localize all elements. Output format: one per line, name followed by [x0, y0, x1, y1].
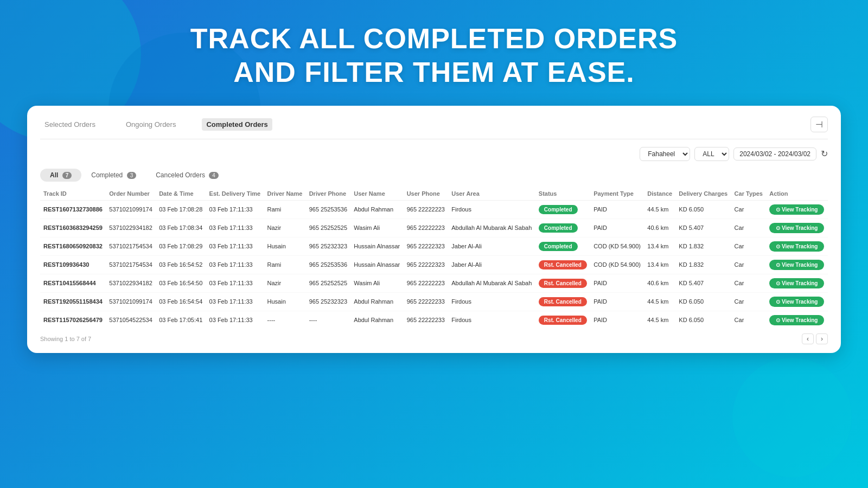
- tabs-row: Selected Orders Ongoing Orders Completed…: [40, 117, 828, 139]
- status-badge: Rst. Cancelled: [539, 279, 587, 288]
- cell-driver-phone: 965 25253536: [306, 200, 351, 219]
- cell-delivery-charges: KD 6.050: [675, 200, 731, 219]
- type-filter[interactable]: ALL: [694, 147, 729, 161]
- view-tracking-button[interactable]: ⊙ View Tracking: [769, 241, 824, 252]
- cell-est-delivery: 03 Feb 17:11:33: [206, 292, 264, 311]
- cell-status: Completed: [535, 200, 590, 219]
- status-badge: Rst. Cancelled: [539, 260, 587, 269]
- status-badge: Completed: [539, 205, 578, 214]
- cell-payment-type: PAID: [590, 200, 644, 219]
- cell-car-types: Car: [731, 200, 767, 219]
- sub-tab-cancelled-label: Canceled Orders: [156, 171, 205, 179]
- cell-action: ⊙ View Tracking: [766, 219, 828, 237]
- view-tracking-button[interactable]: ⊙ View Tracking: [769, 223, 824, 233]
- cell-user-area: Jaber Al-Ali: [448, 255, 535, 274]
- cell-delivery-charges: KD 1.832: [675, 237, 731, 255]
- cell-driver-phone: 965 25253536: [306, 255, 351, 274]
- cell-date-time: 03 Feb 17:05:41: [156, 311, 206, 329]
- view-tracking-button[interactable]: ⊙ View Tracking: [769, 315, 824, 325]
- col-distance: Distance: [644, 187, 675, 201]
- cell-user-name: Hussain Alnassar: [350, 237, 403, 255]
- cell-distance: 40.6 km: [644, 219, 675, 237]
- header-line2: AND FILTER THEM AT EASE.: [233, 56, 634, 88]
- cell-driver-phone: 965 25232323: [306, 237, 351, 255]
- tab-selected-orders[interactable]: Selected Orders: [40, 118, 100, 131]
- next-page-button[interactable]: ›: [816, 333, 828, 344]
- cell-status: Rst. Cancelled: [535, 274, 590, 292]
- cell-action: ⊙ View Tracking: [766, 311, 828, 329]
- cell-status: Rst. Cancelled: [535, 311, 590, 329]
- prev-page-button[interactable]: ‹: [802, 333, 814, 344]
- status-badge: Rst. Cancelled: [539, 316, 587, 325]
- sub-tab-completed-badge: 3: [127, 172, 137, 179]
- cell-car-types: Car: [731, 255, 767, 274]
- date-range-picker[interactable]: 2024/03/02 - 2024/03/02: [733, 147, 816, 160]
- area-filter[interactable]: Fahaheel: [640, 147, 690, 161]
- table-row: REST1157026256479 5371054522534 03 Feb 1…: [40, 311, 828, 329]
- status-badge: Rst. Cancelled: [539, 297, 587, 306]
- cell-driver-phone: 965 25252525: [306, 219, 351, 237]
- cell-driver-name: ----: [264, 311, 306, 329]
- cell-payment-type: COD (KD 54.900): [590, 255, 644, 274]
- col-user-phone: User Phone: [404, 187, 449, 201]
- cell-est-delivery: 03 Feb 17:11:33: [206, 200, 264, 219]
- col-date-time: Date & Time: [156, 187, 206, 201]
- cell-driver-phone: ----: [306, 311, 351, 329]
- cell-payment-type: PAID: [590, 219, 644, 237]
- tab-completed-orders[interactable]: Completed Orders: [202, 118, 272, 131]
- cell-driver-phone: 965 25252525: [306, 274, 351, 292]
- sub-tab-completed[interactable]: Completed 3: [81, 169, 146, 182]
- col-driver-phone: Driver Phone: [306, 187, 351, 201]
- refresh-button[interactable]: ↻: [821, 149, 828, 159]
- sub-tab-all-badge: 7: [62, 172, 72, 179]
- cell-user-area: Abdullah Al Mubarak Al Sabah: [448, 219, 535, 237]
- cell-payment-type: PAID: [590, 292, 644, 311]
- cell-delivery-charges: KD 5.407: [675, 274, 731, 292]
- cell-driver-name: Rami: [264, 255, 306, 274]
- view-tracking-button[interactable]: ⊙ View Tracking: [769, 260, 824, 270]
- view-tracking-button[interactable]: ⊙ View Tracking: [769, 278, 824, 288]
- cell-delivery-charges: KD 6.050: [675, 311, 731, 329]
- cell-action: ⊙ View Tracking: [766, 255, 828, 274]
- cell-distance: 13.4 km: [644, 237, 675, 255]
- sub-tab-all[interactable]: All 7: [40, 169, 81, 182]
- cell-driver-name: Husain: [264, 237, 306, 255]
- table-row: REST109936430 5371021754534 03 Feb 16:54…: [40, 255, 828, 274]
- cell-user-name: Abdul Rahman: [350, 311, 403, 329]
- cell-user-phone: 965 22222223: [404, 200, 449, 219]
- cell-track-id: REST1157026256479: [40, 311, 106, 329]
- cell-track-id: REST1607132730886: [40, 200, 106, 219]
- table-footer: Showing 1 to 7 of 7 ‹ ›: [40, 333, 828, 344]
- cell-user-area: Abdullah Al Mubarak Al Sabah: [448, 274, 535, 292]
- cell-date-time: 03 Feb 16:54:50: [156, 274, 206, 292]
- col-driver-name: Driver Name: [264, 187, 306, 201]
- col-track-id: Track ID: [40, 187, 106, 201]
- cell-payment-type: PAID: [590, 274, 644, 292]
- status-badge: Completed: [539, 223, 578, 233]
- view-tracking-button[interactable]: ⊙ View Tracking: [769, 204, 824, 215]
- cell-status: Rst. Cancelled: [535, 255, 590, 274]
- header-line1: TRACK ALL COMPLETED ORDERS: [190, 23, 678, 54]
- cell-est-delivery: 03 Feb 17:11:33: [206, 255, 264, 274]
- tab-ongoing-orders[interactable]: Ongoing Orders: [122, 118, 181, 131]
- bg-decoration-3: [732, 358, 852, 477]
- cell-status: Rst. Cancelled: [535, 292, 590, 311]
- col-status: Status: [535, 187, 590, 201]
- sub-tab-cancelled-badge: 4: [209, 172, 219, 179]
- cell-driver-phone: 965 25232323: [306, 292, 351, 311]
- cell-payment-type: PAID: [590, 311, 644, 329]
- cell-distance: 13.4 km: [644, 255, 675, 274]
- cell-car-types: Car: [731, 311, 767, 329]
- cell-order-number: 5371054522534: [106, 311, 156, 329]
- sub-tab-cancelled[interactable]: Canceled Orders 4: [146, 169, 228, 182]
- pagination: ‹ ›: [802, 333, 828, 344]
- export-button[interactable]: ⊣: [810, 117, 828, 132]
- cell-car-types: Car: [731, 274, 767, 292]
- sub-tabs-row: All 7 Completed 3 Canceled Orders 4: [40, 169, 828, 182]
- view-tracking-button[interactable]: ⊙ View Tracking: [769, 297, 824, 307]
- cell-order-number: 5371022934182: [106, 274, 156, 292]
- table-row: REST1607132730886 5371021099174 03 Feb 1…: [40, 200, 828, 219]
- col-order-number: Order Number: [106, 187, 156, 201]
- cell-action: ⊙ View Tracking: [766, 274, 828, 292]
- cell-driver-name: Nazir: [264, 219, 306, 237]
